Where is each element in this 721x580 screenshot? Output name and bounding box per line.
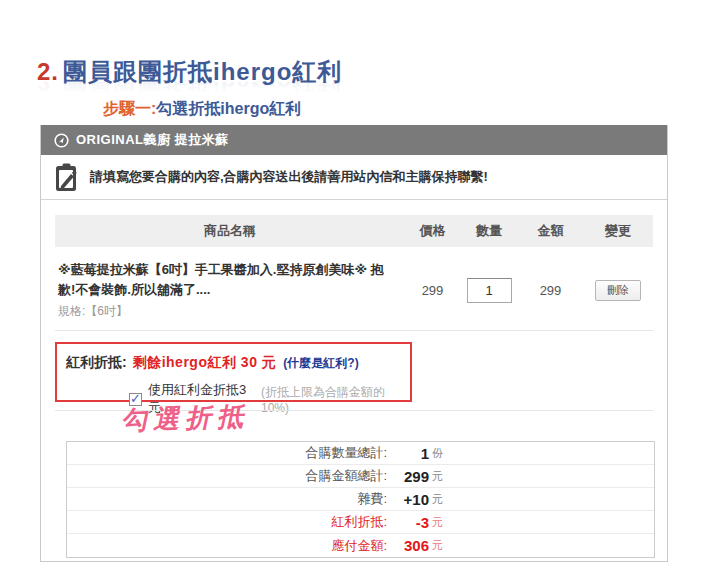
order-summary: 合購數量總計: 1 份 合購金額總計: 299 元 雜費: +10 元 紅利折抵…	[66, 441, 655, 558]
summary-unit: 份	[429, 446, 443, 461]
delete-button[interactable]: 刪除	[595, 280, 641, 301]
summary-value: +10	[387, 491, 429, 508]
bonus-label: 紅利折抵:	[66, 354, 127, 372]
step-subtitle: 步驟一:勾選折抵ihergo紅利	[103, 99, 301, 120]
product-cell: ※藍莓提拉米蘇【6吋】手工果醬加入.堅持原創美味※ 抱歉!不會裝飾.所以舖滿了.…	[55, 260, 405, 320]
panel-header: ORIGINAL義廚 提拉米蘇	[41, 125, 667, 155]
notice-row: 請填寫您要合購的內容,合購內容送出後請善用站內信和主購保持聯繫!	[41, 155, 667, 200]
product-name: ※藍莓提拉米蘇【6吋】手工果醬加入.堅持原創美味※ 抱歉!不會裝飾.所以舖滿了.…	[58, 260, 395, 300]
notice-text: 請填寫您要合購的內容,合購內容送出後請善用站內信和主購保持聯繫!	[90, 168, 488, 186]
summary-label: 雜費:	[67, 490, 387, 508]
action-cell: 刪除	[583, 260, 653, 320]
product-spec: 規格:【6吋】	[58, 303, 395, 320]
clipboard-pencil-icon	[53, 162, 80, 193]
heading-text: 團員跟團折抵ihergo紅利	[63, 58, 342, 85]
summary-row-subtotal: 合購金額總計: 299 元	[67, 465, 654, 488]
header-price: 價格	[405, 222, 460, 240]
summary-unit: 元	[429, 492, 443, 507]
summary-label: 合購金額總計:	[67, 467, 387, 485]
what-is-bonus-link[interactable]: (什麼是紅利?)	[283, 355, 358, 372]
goods-table-header: 商品名稱 價格 數量 金額 變更	[55, 215, 653, 247]
product-amount: 299	[518, 260, 583, 320]
summary-label: 紅利折抵:	[67, 513, 387, 531]
summary-unit: 元	[429, 515, 443, 530]
bonus-line: 紅利折抵: 剩餘ihergo紅利 30 元 (什麼是紅利?)	[66, 354, 410, 372]
summary-label: 應付金額:	[67, 537, 387, 555]
summary-row-misc-fee: 雜費: +10 元	[67, 488, 654, 511]
summary-value: -3	[387, 514, 429, 531]
product-price: 299	[405, 260, 460, 320]
qty-cell	[460, 260, 518, 320]
header-product-name: 商品名稱	[55, 222, 405, 240]
header-change: 變更	[583, 222, 653, 240]
goods-table: 商品名稱 價格 數量 金額 變更 ※藍莓提拉米蘇【6吋】手工果醬加入.堅持原創美…	[55, 215, 653, 331]
table-row: ※藍莓提拉米蘇【6吋】手工果醬加入.堅持原創美味※ 抱歉!不會裝飾.所以舖滿了.…	[55, 247, 653, 331]
step-label: 步驟一:	[103, 100, 156, 117]
step-text: 勾選折抵ihergo紅利	[156, 100, 301, 117]
summary-value: 306	[387, 537, 429, 554]
summary-unit: 元	[429, 469, 443, 484]
summary-row-quantity: 合購數量總計: 1 份	[67, 442, 654, 465]
summary-row-bonus-deduction: 紅利折抵: -3 元	[67, 511, 654, 534]
heading-number: 2.	[37, 58, 59, 85]
bonus-annotation-box: 紅利折抵: 剩餘ihergo紅利 30 元 (什麼是紅利?) 使用紅利金折抵3元…	[55, 342, 412, 402]
quantity-input[interactable]	[467, 278, 512, 303]
bonus-remaining: 剩餘ihergo紅利 30 元	[133, 354, 277, 372]
header-amount: 金額	[518, 222, 583, 240]
summary-row-total-due: 應付金額: 306 元	[67, 534, 654, 557]
summary-label: 合購數量總計:	[67, 444, 387, 462]
summary-unit: 元	[429, 538, 443, 553]
summary-value: 299	[387, 468, 429, 485]
heading-reflection: 2.團員跟團折抵ihergo紅利	[37, 82, 342, 98]
header-qty: 數量	[460, 222, 518, 240]
order-panel: ORIGINAL義廚 提拉米蘇 請填寫您要合購的內容,合購內容送出後請善用站內信…	[40, 125, 668, 562]
panel-title: ORIGINAL義廚 提拉米蘇	[76, 131, 229, 149]
panel-body: 商品名稱 價格 數量 金額 變更 ※藍莓提拉米蘇【6吋】手工果醬加入.堅持原創美…	[41, 215, 667, 575]
summary-value: 1	[387, 445, 429, 462]
arrow-circle-icon	[54, 133, 69, 148]
handwritten-annotation: 勾選折抵	[120, 399, 249, 438]
